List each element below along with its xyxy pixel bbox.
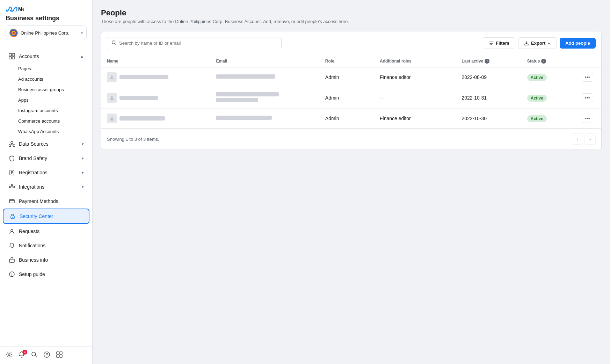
svg-rect-32 [57,355,59,357]
sidebar-item-data-sources[interactable]: Data Sources ▾ [3,137,89,151]
sidebar-item-accounts[interactable]: Accounts ▲ [3,49,89,63]
notifications-footer-icon[interactable]: 4 [18,351,25,360]
svg-rect-6 [9,57,12,59]
svg-point-25 [12,273,12,274]
registrations-label: Registrations [19,170,78,175]
svg-point-22 [11,230,13,232]
row1-avatar [107,72,117,82]
export-label: Export [531,41,545,46]
account-selector[interactable]: Online Philippines Corp. ▾ [6,26,87,40]
row3-more-button[interactable]: ••• [582,114,593,123]
sidebar-subitem-business-asset-groups[interactable]: Business asset groups [3,85,89,95]
row1-name-cell [107,72,216,82]
row1-more-button[interactable]: ••• [582,73,593,82]
sidebar: Meta Business settings Online Philippine… [0,0,93,364]
row2-more-button[interactable]: ••• [582,93,593,102]
svg-rect-18 [9,199,14,203]
table-footer: Showing 1 to 3 of 3 items. ‹ › [101,128,601,150]
filters-button[interactable]: Filters [483,37,515,49]
svg-rect-4 [9,53,12,56]
next-page-button[interactable]: › [584,133,596,145]
brand-safety-icon [8,155,15,162]
accounts-label: Accounts [19,53,77,59]
sidebar-item-brand-safety[interactable]: Brand Safety ▾ [3,151,89,165]
svg-point-17 [11,184,13,186]
sidebar-header: Meta Business settings Online Philippine… [0,0,92,46]
row2-email [216,92,279,96]
sidebar-item-integrations[interactable]: Integrations ▾ [3,180,89,194]
svg-rect-23 [9,259,14,262]
table-row: Admin -- 2022-10-31 Active ••• [101,87,601,109]
registrations-icon [8,169,15,176]
sidebar-footer: 4 [0,347,92,364]
data-sources-expand-icon: ▾ [82,142,84,146]
accounts-icon [8,53,15,60]
business-info-label: Business info [19,257,84,263]
header-email: Email [216,59,325,64]
sidebar-subitem-pages[interactable]: Pages [3,64,89,74]
search-bar[interactable] [107,37,282,49]
payment-methods-label: Payment Methods [19,198,84,204]
accounts-expand-icon: ▲ [80,54,84,58]
header-additional-roles: Additional roles [380,59,462,64]
grid-footer-icon[interactable] [56,351,63,360]
help-footer-icon[interactable] [43,351,50,360]
row3-role: Admin [325,116,380,121]
sidebar-subitem-whatsapp-accounts[interactable]: WhatsApp Accounts [3,126,89,137]
svg-point-9 [9,145,11,147]
last-active-info-icon[interactable]: i [485,59,489,64]
sidebar-item-business-info[interactable]: Business info [3,253,89,267]
requests-label: Requests [19,228,84,234]
page-header: People These are people with access to t… [101,8,602,24]
row3-avatar [107,114,117,123]
svg-text:Meta: Meta [18,6,24,12]
table-toolbar: Filters Export Add people [101,31,601,55]
sidebar-item-requests[interactable]: Requests [3,224,89,238]
setup-guide-label: Setup guide [19,271,84,277]
prev-page-button[interactable]: ‹ [572,133,583,145]
status-info-icon[interactable]: i [541,59,546,64]
integrations-expand-icon: ▾ [82,185,84,189]
search-input[interactable] [119,41,277,46]
row3-actions-cell: ••• [582,114,596,123]
settings-footer-icon[interactable] [6,351,13,360]
row3-name-cell [107,114,216,123]
row3-status-badge: Active [527,115,547,122]
page-container: People These are people with access to t… [93,0,610,364]
row1-actions-cell: ••• [582,73,596,82]
header-actions [582,59,596,64]
sidebar-subitem-instagram-accounts[interactable]: Instagram accounts [3,105,89,116]
row2-avatar [107,93,117,103]
footer-count-text: Showing 1 to 3 of 3 items. [107,137,159,142]
svg-point-26 [8,354,10,356]
row3-status-cell: Active [527,116,582,121]
meta-logo: Meta [6,6,87,12]
sidebar-subitem-commerce-accounts[interactable]: Commerce accounts [3,116,89,126]
add-people-button[interactable]: Add people [560,38,596,49]
row1-role: Admin [325,74,380,80]
sidebar-subitem-apps[interactable]: Apps [3,95,89,105]
sidebar-item-registrations[interactable]: Registrations ▾ [3,166,89,180]
sidebar-item-notifications[interactable]: Notifications [3,239,89,253]
svg-point-16 [13,186,15,188]
svg-point-15 [9,186,11,188]
sidebar-item-security-center[interactable]: Security Center [3,209,89,224]
search-footer-icon[interactable] [31,351,38,360]
row2-status-badge: Active [527,95,547,102]
add-people-label: Add people [565,41,590,46]
row1-status-badge: Active [527,74,547,81]
sidebar-subitem-ad-accounts[interactable]: Ad accounts [3,74,89,84]
sidebar-nav: Accounts ▲ Pages Ad accounts Business as… [0,46,92,347]
svg-point-21 [12,217,13,218]
table-header: Name Email Role Additional roles Last ac… [101,55,601,67]
sidebar-item-payment-methods[interactable]: Payment Methods [3,194,89,208]
header-status: Status i [527,59,582,64]
payment-methods-icon [8,198,15,205]
sidebar-item-setup-guide[interactable]: Setup guide [3,267,89,281]
export-button[interactable]: Export [518,37,557,49]
chevron-down-icon: ▾ [81,31,83,35]
row1-last-active: 2022-08-09 [462,74,527,80]
data-sources-icon [8,140,15,147]
svg-point-40 [111,117,113,119]
row3-name [119,116,165,121]
